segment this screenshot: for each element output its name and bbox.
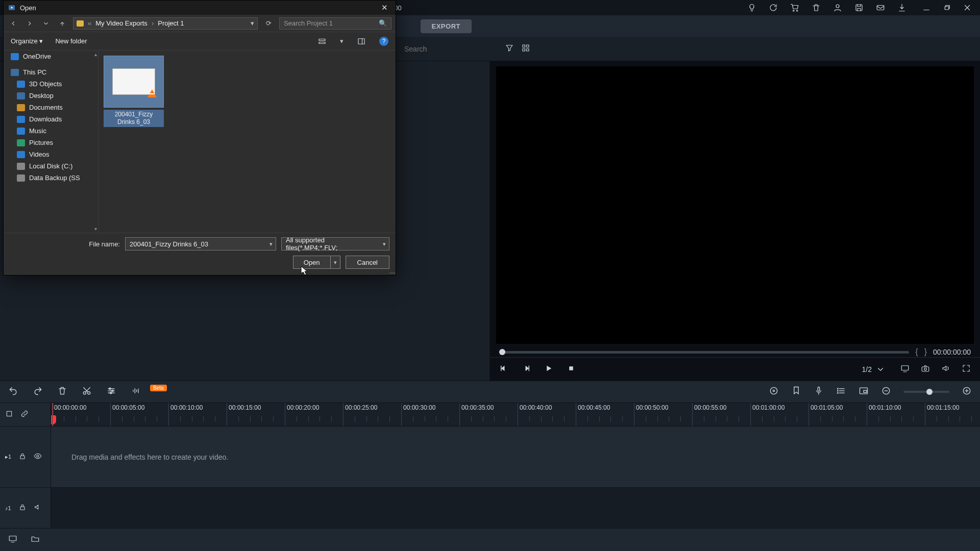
sidebar-data-backup[interactable]: Data Backup (SS [4,172,98,184]
filename-combobox[interactable]: 200401_Fizzy Drinks 6_03▾ [125,237,276,251]
volume-icon[interactable] [941,364,950,375]
download-icon[interactable] [897,3,906,12]
lock-icon[interactable] [18,452,27,462]
new-folder-button[interactable]: New folder [55,37,87,45]
window-restore-icon[interactable] [942,3,951,12]
mail-icon[interactable] [876,3,885,12]
undo-icon[interactable] [8,386,18,398]
refresh-icon[interactable] [769,3,778,12]
voiceover-icon[interactable] [814,386,824,398]
breadcrumb-seg-2[interactable]: Project 1 [158,19,184,27]
open-button[interactable]: Open ▾ [293,256,340,269]
display-icon[interactable] [900,364,910,375]
time-ruler[interactable]: 00:00:00:0000:00:05:0000:00:10:0000:00:1… [51,403,980,426]
search-icon: 🔍 [379,19,387,27]
mark-in-icon[interactable]: { [915,347,918,357]
sidebar-onedrive[interactable]: OneDrive [4,51,98,62]
zoom-slider[interactable] [903,391,949,393]
sidebar-documents[interactable]: Documents [4,102,98,113]
render-icon[interactable] [769,386,779,398]
sidebar-music[interactable]: Music [4,125,98,137]
file-item[interactable]: 200401_FizzyDrinks 6_03 [104,56,164,127]
list-icon[interactable] [836,386,846,398]
view-mode-icon[interactable] [316,37,328,46]
playback-rate-selector[interactable]: 1/2 [858,364,889,375]
visibility-icon[interactable] [34,452,42,462]
marker-icon[interactable] [791,386,801,398]
nav-forward-icon[interactable] [24,18,35,29]
prev-frame-icon[interactable] [499,364,508,375]
breadcrumb-dropdown-icon[interactable]: ▾ [251,19,254,27]
window-minimize-icon[interactable] [922,3,931,12]
nav-back-icon[interactable] [8,18,19,29]
sidebar-desktop[interactable]: Desktop [4,90,98,102]
sidebar-3d-objects[interactable]: 3D Objects [4,78,98,90]
play-icon[interactable] [544,364,553,375]
idea-icon[interactable] [747,3,756,12]
mute-icon[interactable] [34,503,42,513]
view-mode-dropdown-icon[interactable]: ▾ [340,37,344,45]
open-folder-icon[interactable] [31,534,40,545]
nav-recent-icon[interactable] [40,18,52,29]
dialog-sidebar[interactable]: ▴ OneDrive This PC 3D Objects Desktop Do… [4,51,99,233]
sidebar-pictures[interactable]: Pictures [4,137,98,148]
delete-icon[interactable] [57,386,67,398]
fullscreen-icon[interactable] [962,364,971,375]
media-search-input[interactable] [400,42,498,56]
help-icon[interactable]: ? [379,37,388,46]
dialog-close-icon[interactable]: ✕ [377,3,391,12]
nav-up-icon[interactable] [57,18,68,29]
cut-icon[interactable] [82,386,92,398]
svg-rect-37 [818,387,819,391]
dialog-file-list[interactable]: 200401_FizzyDrinks 6_03 [99,51,396,233]
preview-pane-icon[interactable] [356,37,367,46]
svg-point-53 [37,455,39,457]
filetype-filter[interactable]: All supported files(*.MP4;*.FLV;▾ [281,237,389,251]
snapshot-icon[interactable] [921,364,930,375]
sidebar-local-disk[interactable]: Local Disk (C:) [4,160,98,172]
window-close-icon[interactable] [963,3,972,12]
stop-icon[interactable] [567,364,576,375]
dialog-titlebar[interactable]: Open ✕ [4,1,396,15]
grid-view-icon[interactable] [521,43,530,55]
breadcrumb-seg-1[interactable]: My Video Exports [95,19,148,27]
options-icon[interactable] [106,386,116,398]
lock-icon[interactable] [18,503,27,513]
nav-refresh-icon[interactable]: ⟳ [263,19,274,27]
dialog-search[interactable]: Search Project 1 🔍 [279,17,391,30]
sidebar-downloads[interactable]: Downloads [4,113,98,125]
pip-icon[interactable] [859,386,869,398]
sidebar-scroll-down-icon[interactable]: ▾ [94,226,97,232]
open-split-dropdown-icon[interactable]: ▾ [330,256,340,269]
zoom-out-icon[interactable] [881,386,891,398]
next-frame-icon[interactable] [522,364,531,375]
account-icon[interactable] [833,3,842,12]
filter-icon[interactable] [505,43,514,55]
breadcrumb[interactable]: « My Video Exports › Project 1 ▾ [73,17,258,30]
dialog-search-placeholder: Search Project 1 [284,19,333,27]
save-icon[interactable] [854,3,864,12]
sidebar-this-pc[interactable]: This PC [4,66,98,78]
link-icon[interactable] [20,410,29,420]
snap-icon[interactable] [5,410,13,420]
preview-scrubber[interactable] [499,351,909,354]
video-track-body[interactable]: Drag media and effects here to create yo… [51,427,980,487]
mark-out-icon[interactable]: } [924,347,927,357]
audio-tool-icon[interactable] [131,386,141,398]
redo-icon[interactable] [33,386,43,398]
file-thumbnail[interactable] [104,56,164,108]
organize-menu[interactable]: Organize ▾ [11,37,43,45]
sidebar-scroll-up-icon[interactable]: ▴ [94,52,97,57]
cancel-button[interactable]: Cancel [346,256,389,269]
screen-icon[interactable] [8,534,17,545]
export-button[interactable]: EXPORT [421,19,472,33]
cart-icon[interactable] [790,3,799,12]
svg-rect-10 [527,45,529,47]
zoom-in-icon[interactable] [962,386,972,398]
resize-grip-icon[interactable]: ⣀⣀ [388,267,395,274]
svg-rect-60 [319,39,325,40]
timeline-drop-hint: Drag media and effects here to create yo… [71,453,228,461]
trash-icon[interactable] [812,3,821,12]
sidebar-videos[interactable]: Videos [4,148,98,160]
audio-track-body[interactable] [51,488,980,528]
